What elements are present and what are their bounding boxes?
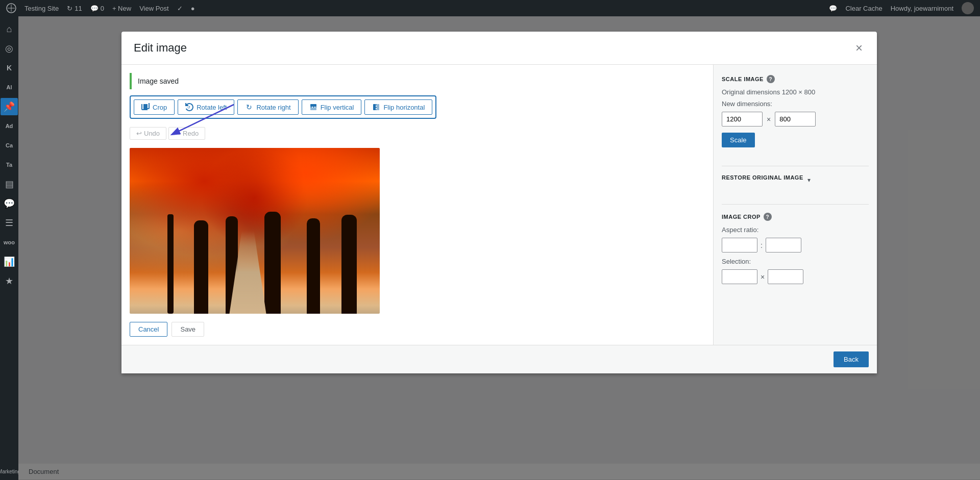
crop-icon xyxy=(141,103,150,111)
sidebar-dashboard[interactable]: ⌂ xyxy=(1,20,18,38)
redo-button[interactable]: ↪ Redo xyxy=(168,127,205,140)
new-dimensions-label: New dimensions: xyxy=(722,100,869,108)
sidebar-star[interactable]: ★ xyxy=(1,272,18,290)
save-button[interactable]: Save xyxy=(172,322,204,337)
site-name[interactable]: Testing Site xyxy=(24,5,59,12)
svg-rect-5 xyxy=(310,108,316,110)
modal-body: Image saved xyxy=(121,65,877,345)
sidebar-pages[interactable]: ▤ xyxy=(1,175,18,193)
modal-footer: Back xyxy=(121,345,877,373)
sidebar-analytics[interactable]: ◎ xyxy=(1,40,18,57)
scale-image-section: SCALE IMAGE ? Original dimensions 1200 ×… xyxy=(722,75,869,147)
aspect-ratio-width-input[interactable] xyxy=(722,238,757,252)
svg-rect-7 xyxy=(373,104,376,110)
width-input[interactable] xyxy=(722,112,763,127)
aspect-ratio-label: Aspect ratio: xyxy=(722,226,869,234)
back-button[interactable]: Back xyxy=(834,351,869,367)
actions-row: Cancel Save xyxy=(130,322,705,337)
undo-icon: ↩ xyxy=(136,130,142,137)
sidebar-ta[interactable]: Ta xyxy=(1,156,18,173)
modal-overlay: Edit image × Image saved xyxy=(18,16,980,480)
restore-chevron-icon: ▾ xyxy=(807,176,811,184)
flip-vertical-icon xyxy=(309,103,317,111)
image-crop-section: IMAGE CROP ? Aspect ratio: : Selection: xyxy=(722,213,869,289)
wordpress-icon xyxy=(6,3,16,13)
aspect-ratio-colon: : xyxy=(761,241,763,249)
main-content: Document Edit image × Image saved xyxy=(18,16,980,480)
modal-right-panel: SCALE IMAGE ? Original dimensions 1200 ×… xyxy=(714,65,877,345)
sidebar-marketing[interactable]: Marketing xyxy=(1,463,18,480)
modal-title: Edit image xyxy=(134,41,187,55)
notification-icon[interactable]: 💬 xyxy=(829,5,837,12)
aspect-ratio-row: : xyxy=(722,238,869,252)
flip-horizontal-icon xyxy=(372,103,380,111)
modal-close-button[interactable]: × xyxy=(853,40,865,56)
rotate-left-button[interactable]: ↺ Rotate left xyxy=(178,99,234,115)
original-dimensions: Original dimensions 1200 × 800 xyxy=(722,88,869,96)
aspect-ratio-height-input[interactable] xyxy=(766,238,801,252)
flip-horizontal-button[interactable]: Flip horizontal xyxy=(364,99,432,115)
svg-rect-8 xyxy=(377,104,379,110)
cancel-button[interactable]: Cancel xyxy=(130,322,167,337)
scale-image-title: SCALE IMAGE ? xyxy=(722,75,869,83)
sidebar-chart[interactable]: 📊 xyxy=(1,253,18,270)
svg-text:↺: ↺ xyxy=(187,106,190,109)
admin-bar: Testing Site ↻ 11 💬 0 + New View Post ✓ … xyxy=(0,0,980,16)
rotate-left-icon: ↺ xyxy=(185,103,193,111)
selection-row: × xyxy=(722,269,869,284)
section-divider-2 xyxy=(722,204,869,205)
sidebar-list[interactable]: ☰ xyxy=(1,214,18,232)
sidebar-ca[interactable]: Ca xyxy=(1,137,18,154)
restore-original-title: RESTORE ORIGINAL IMAGE xyxy=(722,174,803,181)
comments-icon: 💬 xyxy=(90,5,99,12)
rotate-right-icon: ↻ xyxy=(245,103,253,111)
updates-icon: ↻ xyxy=(67,5,72,12)
image-preview xyxy=(130,148,380,314)
edit-image-modal: Edit image × Image saved xyxy=(121,32,877,373)
svg-rect-4 xyxy=(310,104,316,107)
restore-original-section: RESTORE ORIGINAL IMAGE ▾ xyxy=(722,174,869,186)
restore-original-row[interactable]: RESTORE ORIGINAL IMAGE ▾ xyxy=(722,174,869,186)
section-divider-1 xyxy=(722,166,869,166)
admin-sidebar: ⌂ ◎ K Al 📌 Ad Ca Ta ▤ 💬 ☰ woo 📊 ★ Market… xyxy=(0,16,18,480)
sidebar-ads[interactable]: Ad xyxy=(1,117,18,135)
crop-help-icon[interactable]: ? xyxy=(764,213,772,221)
yoast-icon: ✓ xyxy=(177,5,183,12)
sidebar-active[interactable]: 📌 xyxy=(1,98,18,115)
image-toolbar: Crop ↺ Rotate left xyxy=(130,95,436,119)
selection-height-input[interactable] xyxy=(768,269,803,284)
image-saved-text: Image saved xyxy=(138,77,179,85)
selection-width-input[interactable] xyxy=(722,269,757,284)
height-input[interactable] xyxy=(775,112,816,127)
scale-button[interactable]: Scale xyxy=(722,133,755,147)
flip-vertical-button[interactable]: Flip vertical xyxy=(302,99,362,115)
crop-button[interactable]: Crop xyxy=(134,99,175,115)
modal-header: Edit image × xyxy=(121,32,877,65)
sidebar-comments[interactable]: 💬 xyxy=(1,195,18,212)
sidebar-woo[interactable]: woo xyxy=(1,234,18,251)
rotate-right-button[interactable]: ↻ Rotate right xyxy=(237,99,298,115)
sidebar-k[interactable]: K xyxy=(1,59,18,77)
circle-icon: ● xyxy=(191,5,195,12)
svg-text:↻: ↻ xyxy=(246,103,252,111)
undo-button[interactable]: ↩ Undo xyxy=(130,127,166,140)
dimensions-row: × xyxy=(722,112,869,127)
scale-help-icon[interactable]: ? xyxy=(767,75,775,83)
redo-icon: ↪ xyxy=(175,130,181,137)
updates-count[interactable]: ↻ 11 xyxy=(67,5,82,12)
sidebar-all[interactable]: Al xyxy=(1,79,18,96)
new-item[interactable]: + New xyxy=(112,5,131,12)
admin-layout: ⌂ ◎ K Al 📌 Ad Ca Ta ▤ 💬 ☰ woo 📊 ★ Market… xyxy=(0,16,980,480)
comments-count[interactable]: 💬 0 xyxy=(90,5,104,12)
clear-cache[interactable]: Clear Cache xyxy=(845,5,882,12)
selection-colon: × xyxy=(761,273,765,281)
image-crop-title: IMAGE CROP ? xyxy=(722,213,869,221)
image-canvas xyxy=(130,148,380,314)
image-saved-notice: Image saved xyxy=(130,73,705,89)
user-avatar xyxy=(962,2,974,14)
wp-logo-item[interactable] xyxy=(6,3,16,13)
modal-left-panel: Image saved xyxy=(121,65,714,345)
undo-redo-row: ↩ Undo ↪ Redo xyxy=(130,127,705,140)
view-post[interactable]: View Post xyxy=(139,5,169,12)
howdy-text[interactable]: Howdy, joewarnimont xyxy=(891,5,953,12)
